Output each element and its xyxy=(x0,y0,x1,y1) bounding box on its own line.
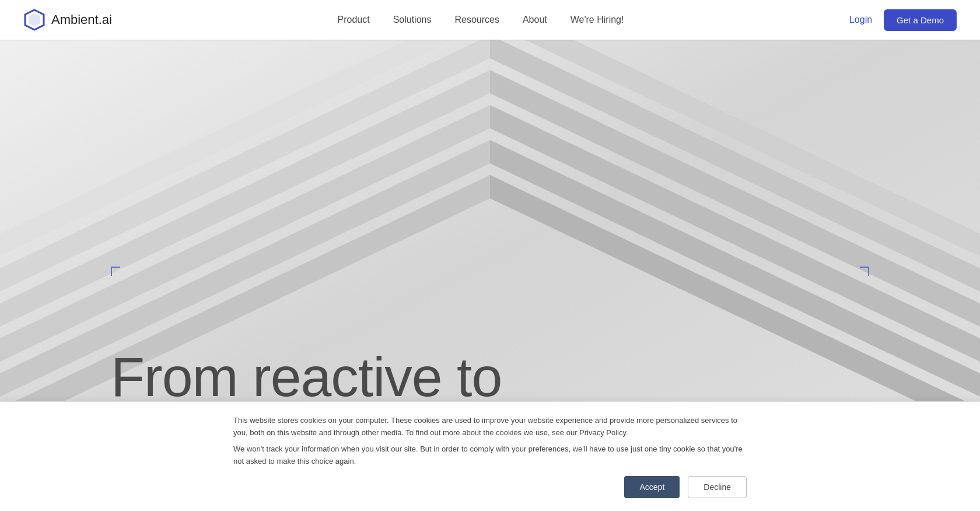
get-demo-button[interactable]: Get a Demo xyxy=(884,9,957,31)
nav-product[interactable]: Product xyxy=(337,15,369,24)
decline-button[interactable]: Decline xyxy=(688,476,747,498)
cookie-text-block: This website stores cookies on your comp… xyxy=(233,415,747,498)
nav-hiring[interactable]: We're Hiring! xyxy=(570,15,624,24)
nav-links: Product Solutions Resources About We're … xyxy=(337,15,624,25)
svg-marker-1 xyxy=(29,13,40,26)
bracket-top-right xyxy=(860,267,869,276)
cookie-banner: This website stores cookies on your comp… xyxy=(0,401,980,511)
cookie-line1: This website stores cookies on your comp… xyxy=(233,415,747,439)
nav-about[interactable]: About xyxy=(523,15,547,24)
cookie-line2: We won't track your information when you… xyxy=(233,443,747,468)
cookie-actions: Accept Decline xyxy=(233,476,747,498)
bracket-top-left xyxy=(111,267,120,276)
logo-icon xyxy=(23,9,46,31)
nav-actions: Login Get a Demo xyxy=(849,9,957,31)
hero-headline-line1: From reactive to xyxy=(111,346,502,408)
navbar: Ambient.ai Product Solutions Resources A… xyxy=(0,0,980,40)
logo-link[interactable]: Ambient.ai xyxy=(23,9,112,31)
login-link[interactable]: Login xyxy=(849,15,872,25)
logo-text: Ambient.ai xyxy=(51,12,112,27)
nav-resources[interactable]: Resources xyxy=(454,15,499,24)
nav-solutions[interactable]: Solutions xyxy=(393,15,432,24)
accept-button[interactable]: Accept xyxy=(624,476,680,498)
